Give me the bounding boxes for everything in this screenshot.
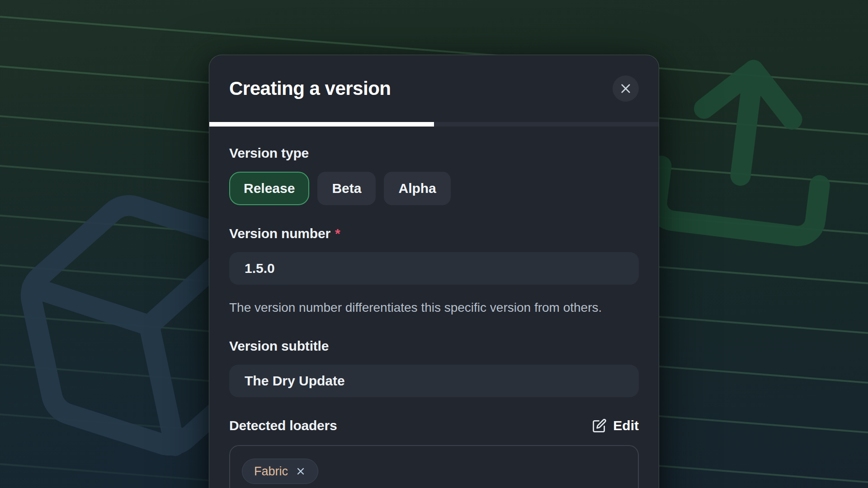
version-type-label: Version type: [229, 145, 639, 161]
edit-button-label: Edit: [613, 418, 639, 433]
loader-tag-label: Fabric: [254, 465, 288, 479]
version-type-option-alpha[interactable]: Alpha: [384, 172, 450, 205]
close-icon: [619, 82, 632, 95]
progress-bar: [209, 122, 659, 127]
version-subtitle-label: Version subtitle: [229, 338, 639, 354]
modal-header: Creating a version: [209, 55, 659, 122]
edit-loaders-button[interactable]: Edit: [592, 418, 639, 433]
loader-tag-fabric: Fabric: [242, 459, 318, 484]
version-number-input[interactable]: [229, 252, 639, 285]
remove-x-icon: [295, 466, 306, 477]
version-type-option-beta[interactable]: Beta: [317, 172, 376, 205]
version-subtitle-input[interactable]: [229, 365, 639, 397]
detected-loaders-label: Detected loaders: [229, 418, 337, 433]
edit-pencil-icon: [592, 418, 607, 433]
close-button[interactable]: [613, 75, 639, 102]
modal-content: Version type Release Beta Alpha Version …: [209, 127, 659, 488]
remove-loader-button[interactable]: [295, 466, 306, 477]
screen-background: Creating a version Version type Release …: [0, 0, 868, 488]
required-asterisk: *: [335, 226, 340, 241]
detected-loaders-row: Detected loaders Edit: [229, 418, 639, 433]
modal-title: Creating a version: [229, 78, 391, 99]
version-type-option-release[interactable]: Release: [229, 172, 309, 205]
version-type-selector: Release Beta Alpha: [229, 172, 639, 205]
version-number-label-row: Version number *: [229, 226, 639, 241]
progress-fill: [209, 122, 434, 127]
detected-loaders-box: Fabric: [229, 445, 639, 488]
create-version-modal: Creating a version Version type Release …: [209, 55, 659, 488]
version-number-help: The version number differentiates this s…: [229, 297, 613, 318]
version-number-label: Version number: [229, 226, 330, 241]
